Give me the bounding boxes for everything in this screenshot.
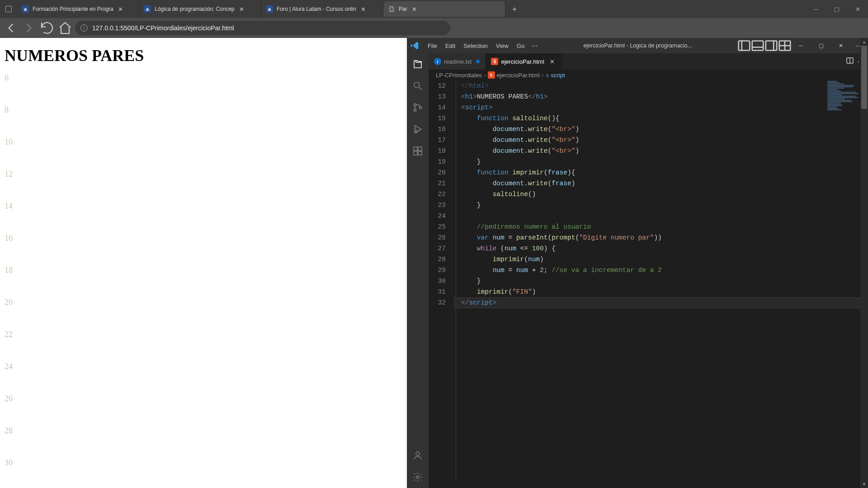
site-info-icon[interactable]: i [80, 24, 88, 32]
browser-tab[interactable]: aFormación Principiante en Progra✕ [17, 1, 139, 17]
refresh-button[interactable] [39, 21, 55, 35]
layout-right-icon[interactable] [765, 39, 778, 52]
code-line[interactable]: <h1>NUMEROS PARES</h1> [454, 91, 868, 102]
editor-tab-label: ejercicioPar.html [501, 58, 544, 65]
code-line[interactable] [454, 211, 868, 221]
code-line[interactable]: document.write("<br>") [454, 124, 868, 135]
browser-tab[interactable]: aLógica de programación: Concep✕ [139, 1, 261, 17]
close-tab-button[interactable]: ✕ [117, 5, 124, 13]
layout-bottom-icon[interactable] [751, 39, 764, 52]
run-debug-icon[interactable] [411, 123, 424, 136]
output-number: 30 [5, 458, 402, 468]
code-line[interactable]: document.write("<br>") [454, 135, 868, 145]
code-line[interactable]: while (num <= 100) { [454, 243, 868, 254]
browser-tab[interactable]: aForo | Alura Latam - Cursos onlin✕ [261, 1, 383, 17]
window-scrollbar[interactable]: ▲ ▼ [860, 38, 868, 488]
code-line[interactable]: </html> [454, 80, 868, 91]
code-line[interactable]: } [454, 156, 868, 167]
minimap[interactable] [826, 80, 862, 171]
menu-edit[interactable]: Edit [442, 41, 459, 51]
code-line[interactable]: saltoline() [454, 189, 868, 200]
split-editor-icon[interactable] [846, 57, 854, 66]
tab-title: Formación Principiante en Progra [33, 6, 113, 12]
source-control-icon[interactable] [411, 101, 424, 114]
menu-go[interactable]: Go [513, 41, 528, 51]
output-number: 20 [5, 298, 402, 307]
editor-tab[interactable]: ireadme.txt [429, 53, 486, 70]
editor-layout-actions [738, 39, 791, 52]
vscode-minimize-button[interactable]: ─ [791, 38, 811, 53]
svg-point-19 [416, 452, 420, 455]
output-number: 28 [5, 426, 402, 436]
file-icon [388, 5, 395, 13]
vscode-close-button[interactable]: ✕ [831, 38, 851, 53]
browser-tab[interactable]: Par✕ [383, 1, 505, 17]
svg-rect-2 [752, 41, 764, 51]
output-number: 26 [5, 394, 402, 404]
account-icon[interactable] [411, 449, 424, 462]
code-line[interactable]: document.write(frase) [454, 178, 868, 189]
chevron-right-icon: › [484, 71, 486, 79]
code-line[interactable]: document.write("<br>") [454, 145, 868, 156]
code-line[interactable]: function saltoline(){ [454, 113, 868, 124]
code-line[interactable]: //pediremos numero al usuario [454, 221, 868, 232]
browser-toolbar: i 127.0.0.1:5500/LP-CPrimordiales/ejerci… [0, 18, 868, 38]
chevron-right-icon: › [542, 71, 544, 79]
code-line[interactable]: num = num + 2; //se va a incrementar de … [454, 265, 868, 276]
menu-file[interactable]: File [424, 41, 441, 51]
tab-actions-icon[interactable] [5, 6, 12, 12]
menu-selection[interactable]: Selection [460, 41, 491, 51]
search-icon[interactable] [411, 80, 424, 92]
back-button[interactable] [3, 21, 19, 35]
breadcrumb-symbol: script [551, 72, 565, 79]
close-tab-button[interactable]: ✕ [549, 58, 556, 65]
editor-area: ireadme.txt5ejercicioPar.html✕⋯ LP-CPrim… [429, 53, 868, 488]
minimize-button[interactable]: ─ [806, 0, 826, 18]
output-number: 22 [5, 330, 402, 339]
code-line[interactable]: var num = parseInt(prompt("Digite numero… [454, 232, 868, 243]
tab-title: Lógica de programación: Concep [155, 6, 235, 12]
output-number: 16 [5, 234, 402, 243]
menu-more[interactable]: ⋯ [528, 41, 541, 51]
extensions-icon[interactable] [411, 145, 424, 157]
maximize-button[interactable]: ▢ [826, 0, 847, 18]
output-number: 12 [5, 169, 402, 179]
vscode-maximize-button[interactable]: ▢ [811, 38, 831, 53]
page-heading: NUMEROS PARES [5, 46, 402, 65]
line-gutter: 1213141516171819202122232425262728293031… [429, 80, 454, 488]
layout-left-icon[interactable] [738, 39, 750, 52]
vscode-titlebar: FileEditSelectionViewGo ⋯ ejercicioPar.h… [407, 38, 868, 53]
new-tab-button[interactable]: ＋ [508, 3, 521, 15]
favicon-icon: a [266, 5, 273, 13]
code-line[interactable]: imprimir(num) [454, 254, 868, 265]
code-line[interactable]: function imprimir(frase){ [454, 167, 868, 178]
editor-tab[interactable]: 5ejercicioPar.html✕ [486, 53, 561, 70]
close-tab-button[interactable]: ✕ [238, 5, 245, 13]
code-lines[interactable]: </html><h1>NUMEROS PARES</h1><script> fu… [454, 80, 868, 488]
code-line[interactable]: <script> [454, 102, 868, 113]
breadcrumb[interactable]: LP-CPrimordiales › 5 ejercicioPar.html ›… [429, 70, 868, 80]
layout-grid-icon[interactable] [778, 39, 791, 52]
svg-point-9 [414, 82, 420, 88]
close-tab-button[interactable]: ✕ [411, 5, 418, 13]
activity-bar [407, 53, 429, 488]
settings-gear-icon[interactable] [411, 471, 424, 483]
home-button[interactable] [57, 21, 73, 35]
code-line[interactable]: imprimir("FIN") [454, 286, 868, 297]
symbol-icon: ⟐ [546, 72, 549, 79]
code-line[interactable]: </script> [454, 297, 868, 308]
address-bar[interactable]: i 127.0.0.1:5500/LP-CPrimordiales/ejerci… [75, 21, 450, 35]
code-line[interactable]: } [454, 200, 868, 211]
explorer-icon[interactable] [411, 58, 424, 70]
code-editor[interactable]: 1213141516171819202122232425262728293031… [429, 80, 868, 488]
html-file-icon: 5 [488, 71, 495, 79]
output-number: 14 [5, 202, 402, 211]
output-number: 18 [5, 266, 402, 275]
close-window-button[interactable]: ✕ [847, 0, 868, 18]
vscode-app: FileEditSelectionViewGo ⋯ ejercicioPar.h… [407, 38, 868, 488]
favicon-icon: a [22, 5, 29, 13]
close-tab-button[interactable]: ✕ [360, 5, 367, 13]
menu-view[interactable]: View [492, 41, 512, 51]
svg-rect-15 [414, 147, 417, 150]
code-line[interactable]: } [454, 276, 868, 286]
